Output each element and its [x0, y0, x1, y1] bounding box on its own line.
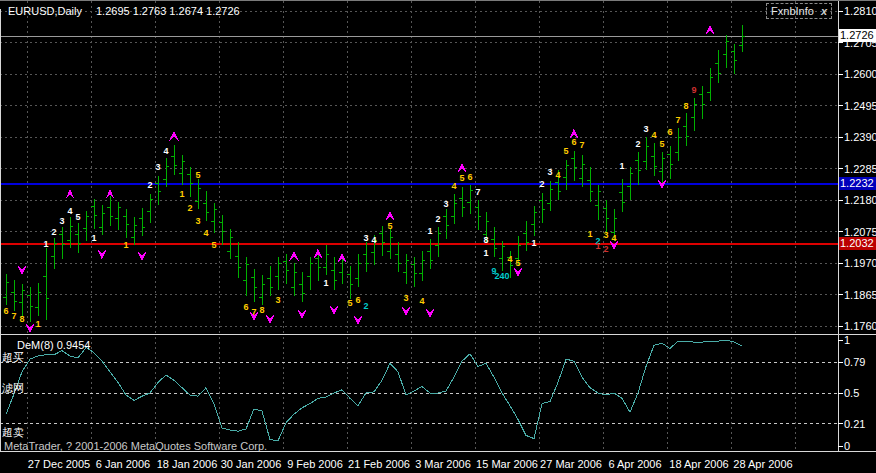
- sequence-number-marker: 6: [571, 137, 576, 147]
- sequence-number-marker: 1: [619, 161, 624, 171]
- sequence-number-marker: 4: [67, 206, 72, 216]
- sequence-number-marker: 8: [683, 101, 688, 111]
- price-bar: [739, 25, 745, 52]
- price-level-badge: 1.2726: [839, 29, 876, 42]
- main-chart-surface[interactable]: 6781123451123451234567831562345341234567…: [0, 1, 838, 336]
- price-bar: [251, 269, 257, 302]
- sequence-number-marker: 3: [59, 216, 64, 226]
- indicator-level-label: 超买: [2, 350, 24, 365]
- price-bar: [675, 128, 681, 161]
- indicator-axis-label: 1: [844, 334, 850, 346]
- sequence-number-marker: 8: [259, 305, 264, 315]
- price-bar: [459, 187, 465, 217]
- price-bar: [235, 242, 241, 278]
- sequence-number-marker: 3: [547, 167, 552, 177]
- sequence-number-marker: 1: [483, 248, 488, 258]
- sequence-number-marker: 5: [75, 212, 80, 222]
- price-bar: [99, 205, 105, 235]
- price-bar: [131, 217, 137, 246]
- chart-window: 6781123451123451234567831562345341234567…: [0, 0, 876, 473]
- price-bar: [139, 208, 145, 237]
- price-bar: [299, 272, 305, 302]
- price-bar: [451, 194, 457, 224]
- price-axis-label: 1.2075: [844, 226, 876, 238]
- sequence-number-marker: 4: [611, 233, 616, 243]
- left-frame-border: [0, 9, 1, 452]
- sequence-number-marker: 3: [195, 216, 200, 226]
- indicator-axis-label: 0.5: [844, 387, 859, 399]
- sequence-number-marker: 2: [539, 179, 544, 189]
- down-arrow-icon: [426, 308, 435, 318]
- sequence-number-marker: 5: [211, 240, 216, 250]
- down-arrow-icon: [98, 250, 107, 260]
- price-bar: [83, 211, 89, 241]
- price-bar: [523, 221, 529, 251]
- price-bar: [187, 167, 193, 197]
- sequence-number-marker: 5: [459, 173, 464, 183]
- price-bar: [211, 203, 217, 233]
- sequence-number-marker: 5: [659, 139, 664, 149]
- overlay-object-label[interactable]: FxnbInfox: [766, 3, 832, 19]
- price-bar: [163, 158, 169, 187]
- sequence-number-marker: 7: [675, 115, 680, 125]
- sequence-number-marker: 5: [347, 298, 352, 308]
- down-arrow-icon: [514, 268, 523, 278]
- price-axis-label: 1.1865: [844, 289, 876, 301]
- sequence-number-marker: 4: [555, 170, 560, 180]
- sequence-number-marker: 1: [91, 233, 96, 243]
- price-bar: [707, 68, 713, 101]
- indicator-title: DeM(8) 0.9454: [17, 339, 90, 351]
- indicator-axis-label: 0.21: [844, 418, 865, 430]
- sequence-number-marker: 9: [691, 85, 696, 95]
- down-arrow-icon: [266, 314, 275, 324]
- down-arrow-icon: [354, 316, 363, 326]
- sequence-number-marker: 3: [643, 124, 648, 134]
- price-bar: [11, 280, 17, 312]
- price-bar: [683, 113, 689, 146]
- down-arrow-icon: [330, 305, 339, 315]
- close-icon[interactable]: x: [821, 5, 827, 17]
- up-arrow-icon: [386, 211, 395, 221]
- price-bar: [107, 196, 113, 226]
- price-bar: [595, 185, 601, 220]
- price-bar: [91, 199, 97, 229]
- price-bar: [715, 50, 721, 83]
- price-level-badge: 1.2232: [839, 177, 876, 190]
- demarker-line: [6, 340, 742, 441]
- indicator-chart-surface[interactable]: [0, 337, 838, 452]
- price-bar: [643, 137, 649, 170]
- overlay-object-text: FxnbInfo: [771, 5, 814, 17]
- sequence-number-marker: 8: [19, 314, 24, 324]
- indicator-level-label: 滤网: [2, 381, 24, 396]
- price-bar: [19, 284, 25, 316]
- sequence-number-marker: 4: [371, 235, 376, 245]
- price-axis-label: 1.1970: [844, 257, 876, 269]
- price-bar: [667, 146, 673, 179]
- sequence-number-marker: 240: [494, 271, 509, 281]
- sequence-number-marker: 6: [3, 306, 8, 316]
- up-arrow-icon: [290, 251, 299, 261]
- sequence-number-marker: 8: [483, 235, 488, 245]
- price-bar: [571, 151, 577, 181]
- price-bar: [179, 155, 185, 185]
- ohlc-quotes-label: 1.2695 1.2763 1.2674 1.2726: [96, 5, 240, 17]
- price-bar: [51, 238, 57, 270]
- sequence-number-marker: 7: [579, 140, 584, 150]
- sequence-number-marker: 3: [403, 293, 408, 303]
- sequence-number-marker: 1: [43, 239, 48, 249]
- time-axis[interactable]: 27 Dec 20056 Jan 200618 Jan 200630 Jan 2…: [0, 452, 876, 473]
- down-arrow-icon: [18, 266, 27, 276]
- sequence-number-marker: 5: [387, 221, 392, 231]
- price-bar: [275, 257, 281, 290]
- panel-separator[interactable]: [0, 334, 876, 335]
- price-bar: [307, 257, 313, 290]
- price-axis-label: 1.1760: [844, 320, 876, 332]
- down-arrow-icon: [402, 307, 411, 317]
- price-bar: [699, 86, 705, 119]
- price-bar: [403, 254, 409, 284]
- sequence-number-marker: 1: [595, 241, 600, 251]
- price-bar: [355, 254, 361, 287]
- price-bar: [379, 226, 385, 256]
- price-bar: [3, 274, 9, 306]
- price-bar: [323, 245, 329, 275]
